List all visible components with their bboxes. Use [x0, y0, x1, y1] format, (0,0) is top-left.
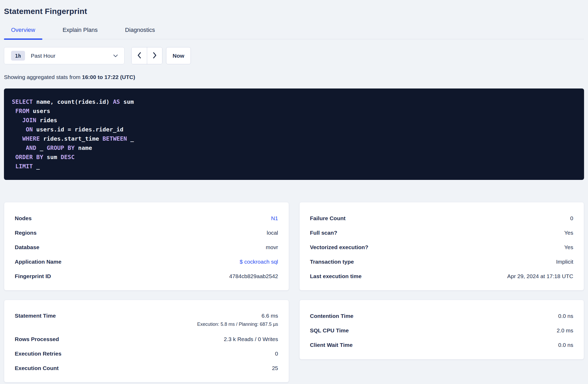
fingerprint-id-label: Fingerprint ID [15, 273, 51, 280]
sql-token: rides.start_time [40, 135, 102, 142]
database-value: movr [266, 244, 278, 251]
row-sql-cpu-time: SQL CPU Time 2.0 ms [310, 323, 574, 338]
contention-time-label: Contention Time [310, 312, 353, 320]
database-label: Database [15, 244, 39, 251]
nodes-label: Nodes [15, 215, 32, 222]
sql-token: LIMIT [15, 163, 33, 170]
next-time-window-button[interactable] [147, 47, 162, 64]
failure-count-label: Failure Count [310, 215, 346, 222]
row-vectorized-execution: Vectorized execution? Yes [310, 240, 574, 254]
execution-retries-value: 0 [275, 350, 278, 357]
row-transaction-type: Transaction type Implicit [310, 254, 574, 269]
tab-diagnostics[interactable]: Diagnostics [118, 27, 162, 39]
tab-explain-plans-label: Explain Plans [63, 27, 98, 33]
statement-fingerprint-page: Statement Fingerprint Overview Explain P… [0, 7, 588, 382]
vectorized-execution-value: Yes [564, 244, 573, 251]
regions-label: Regions [15, 229, 37, 237]
sql-token: _ [127, 135, 134, 142]
aggregated-stats-line: Showing aggregated stats from 16:00 to 1… [4, 74, 584, 80]
details-cards-row: Nodes N1 Regions local Database movr App… [4, 202, 584, 291]
full-scan-label: Full scan? [310, 229, 337, 237]
row-database: Database movr [15, 240, 278, 254]
sql-token: _ [36, 145, 47, 151]
statement-time-value: 6.6 ms [197, 312, 278, 319]
nodes-link[interactable]: N1 [271, 215, 278, 221]
contention-time-value: 0.0 ns [558, 312, 573, 320]
interval-badge: 1h [11, 51, 25, 61]
row-rows-processed: Rows Processed 2.3 k Reads / 0 Writes [15, 332, 278, 346]
statement-timing-card: Statement Time 6.6 ms Execution: 5.8 ms … [4, 300, 289, 382]
transaction-type-label: Transaction type [310, 258, 354, 265]
wait-timing-card: Contention Time 0.0 ns SQL CPU Time 2.0 … [299, 300, 584, 360]
sql-token: sum [43, 154, 61, 160]
sql-line-4: ON users.id = rides.rider_id [12, 125, 576, 134]
application-name-link[interactable]: $ cockroach sql [240, 259, 278, 265]
vectorized-execution-label: Vectorized execution? [310, 244, 368, 251]
sql-token [12, 117, 22, 124]
chevron-down-icon [113, 54, 118, 57]
time-controls: 1h Past Hour [4, 47, 584, 64]
sql-token: AND [26, 145, 36, 151]
row-last-execution-time: Last execution time Apr 29, 2024 at 17:1… [310, 269, 574, 283]
last-execution-time-label: Last execution time [310, 273, 362, 280]
sql-token: users.id = rides.rider_id [33, 126, 123, 133]
row-contention-time: Contention Time 0.0 ns [310, 309, 574, 323]
row-failure-count: Failure Count 0 [310, 211, 574, 225]
statement-details-card: Nodes N1 Regions local Database movr App… [4, 202, 289, 291]
row-application-name: Application Name $ cockroach sql [15, 254, 278, 269]
statement-time-breakdown: Execution: 5.8 ms / Planning: 687.5 µs [197, 321, 278, 328]
row-client-wait-time: Client Wait Time 0.0 ns [310, 338, 574, 352]
row-statement-time: Statement Time 6.6 ms Execution: 5.8 ms … [15, 309, 278, 332]
sql-token: WHERE [22, 135, 40, 142]
tab-overview[interactable]: Overview [4, 27, 42, 39]
sql-line-6: AND _ GROUP BY name [12, 143, 576, 152]
sql-token: sum [120, 99, 134, 105]
sql-token [12, 135, 22, 142]
sql-token: ORDER BY [15, 154, 43, 160]
statement-time-label: Statement Time [15, 312, 56, 319]
sql-token: name [74, 145, 92, 151]
regions-value: local [267, 229, 278, 237]
aggregated-stats-range: 16:00 to 17:22 (UTC) [82, 74, 135, 80]
time-range-dropdown[interactable]: 1h Past Hour [4, 47, 124, 64]
fingerprint-id-value: 4784cb829aab2542 [229, 273, 278, 280]
sql-line-8: LIMIT _ [12, 162, 576, 171]
time-window-stepper [131, 47, 162, 64]
failure-count-value: 0 [570, 215, 573, 222]
tab-bar: Overview Explain Plans Diagnostics [4, 27, 584, 39]
previous-time-window-button[interactable] [132, 47, 147, 64]
client-wait-time-value: 0.0 ns [558, 341, 573, 349]
row-execution-count: Execution Count 25 [15, 361, 278, 375]
full-scan-value: Yes [564, 229, 573, 237]
tab-overview-label: Overview [11, 27, 35, 33]
transaction-type-value: Implicit [556, 258, 573, 265]
row-nodes: Nodes N1 [15, 211, 278, 225]
execution-retries-label: Execution Retries [15, 350, 61, 357]
timing-cards-row: Statement Time 6.6 ms Execution: 5.8 ms … [4, 300, 584, 382]
row-fingerprint-id: Fingerprint ID 4784cb829aab2542 [15, 269, 278, 283]
sql-line-7: ORDER BY sum DESC [12, 152, 576, 162]
sql-line-1: SELECT name, count(rides.id) AS sum [12, 97, 576, 106]
sql-token: _ [33, 163, 40, 170]
rows-processed-value: 2.3 k Reads / 0 Writes [224, 336, 278, 343]
sql-statement-box: SELECT name, count(rides.id) AS sum FROM… [4, 88, 584, 180]
chevron-left-icon [137, 52, 141, 60]
sql-cpu-time-value: 2.0 ms [557, 327, 573, 334]
sql-token: BETWEEN [102, 135, 127, 142]
sql-token: DESC [61, 154, 74, 160]
now-button[interactable]: Now [166, 47, 191, 64]
sql-cpu-time-label: SQL CPU Time [310, 327, 349, 334]
sql-token: JOIN [22, 117, 36, 124]
sql-token: users [29, 108, 50, 114]
sql-token: name, count(rides.id) [33, 99, 113, 105]
row-full-scan: Full scan? Yes [310, 225, 574, 240]
application-name-label: Application Name [15, 258, 61, 265]
execution-count-label: Execution Count [15, 365, 59, 372]
sql-token [12, 145, 26, 151]
execution-attributes-card: Failure Count 0 Full scan? Yes Vectorize… [299, 202, 584, 291]
sql-token: AS [113, 99, 120, 105]
sql-token: SELECT [12, 99, 33, 105]
tab-explain-plans[interactable]: Explain Plans [56, 27, 105, 39]
sql-token [12, 163, 15, 170]
rows-processed-label: Rows Processed [15, 336, 59, 343]
